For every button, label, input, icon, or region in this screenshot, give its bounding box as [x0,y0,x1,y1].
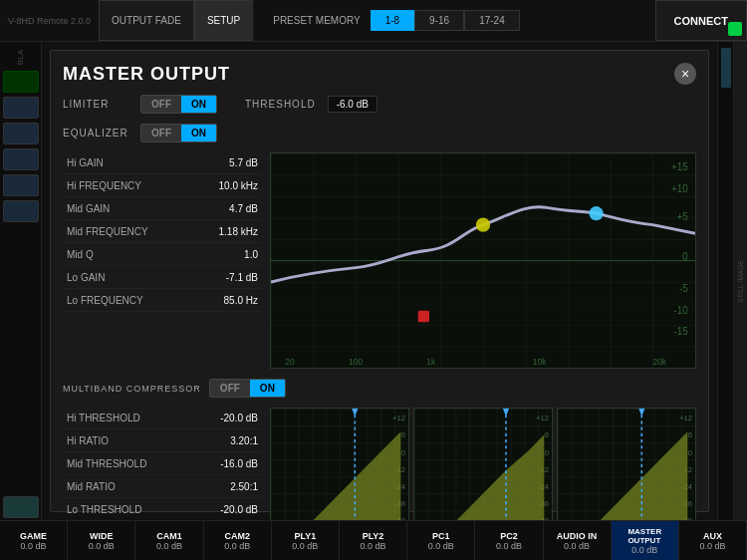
eq-param-value: -7.1 dB [226,272,258,283]
comp-param-label: Mid THRESHOLD [67,458,146,469]
limiter-on-btn[interactable]: ON [181,96,216,113]
eq-param-label: Mid GAIN [67,203,110,214]
right-side-element [721,48,731,88]
channel-wide[interactable]: WIDE 0.0 dB [68,521,135,560]
channel-master-output[interactable]: MASTEROUTPUT 0.0 dB [612,521,679,560]
preset-tabs: 1-8 9-16 17-24 [371,10,520,31]
eq-on-btn[interactable]: ON [181,125,216,141]
comp-graph-mid[interactable]: +12 6 0 -12 -24 -36 -48 -60 -72 -84 -48 … [413,408,553,520]
channel-cam1[interactable]: CAM1 0.0 dB [135,521,203,560]
comp-param-value: -20.0 dB [220,413,258,423]
svg-rect-10 [418,311,429,322]
side-btn-bottom[interactable] [3,496,39,518]
channel-game[interactable]: GAME 0.0 dB [0,521,68,560]
comp-param-value: 3.20:1 [230,435,258,446]
comp-graph-lo[interactable]: +12 6 0 -12 -24 -36 -48 -60 -72 -84 -48 [270,408,409,520]
svg-text:0: 0 [688,448,692,457]
svg-text:0: 0 [401,448,405,457]
limiter-toggle: OFF ON [140,95,217,114]
channel-cam1-db: 0.0 dB [156,541,182,551]
svg-text:+10: +10 [671,183,688,194]
svg-text:6: 6 [401,430,405,439]
channel-aux[interactable]: AUX 0.0 dB [679,521,747,560]
bottom-section: Hi THRESHOLD-20.0 dBHi RATIO3.20:1Mid TH… [63,408,696,520]
multiband-on-btn[interactable]: ON [250,380,285,397]
comp-param-label: Lo THRESHOLD [67,504,141,515]
side-label-bla: BLA [16,50,25,65]
svg-point-12 [590,206,604,220]
eq-param-label: Hi FREQUENCY [67,180,141,191]
channel-ply1[interactable]: PLY1 0.0 dB [272,521,340,560]
eq-param-label: Mid Q [67,249,94,260]
svg-text:0: 0 [545,448,549,457]
comp-param-value: -16.0 dB [220,458,258,469]
preset-tab-17-24[interactable]: 17-24 [464,10,520,31]
channel-game-db: 0.0 dB [21,541,47,551]
channel-audio-in[interactable]: AUDIO IN 0.0 dB [544,521,612,560]
equalizer-toggle: OFF ON [140,124,217,142]
top-bar: V-8HD Remote 2.0.0 OUTPUT FADE SETUP PRE… [0,0,747,42]
eq-param-label: Mid FREQUENCY [67,226,148,237]
side-btn-5[interactable] [3,174,39,196]
connect-indicator [728,22,742,36]
channel-pc2-db: 0.0 dB [496,541,522,551]
channel-wide-name: WIDE [90,531,114,541]
side-btn-2[interactable] [3,97,39,119]
channel-pc1[interactable]: PC1 0.0 dB [407,521,475,560]
channel-pc2[interactable]: PC2 0.0 dB [475,521,543,560]
svg-text:1k: 1k [426,357,436,367]
still-image-button[interactable]: STILL IMAGE [733,42,747,520]
preset-tab-9-16[interactable]: 9-16 [414,10,464,31]
channel-ply2-db: 0.0 dB [361,541,386,551]
preset-memory-section: PRESET MEMORY 1-8 9-16 17-24 [273,0,519,41]
eq-param-value: 5.7 dB [229,157,258,168]
channel-wide-db: 0.0 dB [89,541,115,551]
svg-text:20k: 20k [652,357,666,367]
output-fade-button[interactable]: OUTPUT FADE [99,0,194,41]
comp-params-panel: Hi THRESHOLD-20.0 dBHi RATIO3.20:1Mid TH… [63,408,262,520]
threshold-display: THRESHOLD -6.0 dB [245,96,377,113]
connect-button[interactable]: CONNECT [655,0,747,41]
svg-text:6: 6 [688,430,692,439]
side-btn-1[interactable] [3,71,39,93]
eq-param-row: Mid FREQUENCY1.18 kHz [63,221,262,243]
modal-background: MASTER OUTPUT × LIMITER OFF ON THRESHOLD… [42,42,717,520]
side-btn-3[interactable] [3,123,39,144]
side-strip-left: BLA [0,42,42,520]
preset-memory-label: PRESET MEMORY [273,15,360,26]
channel-master-output-db: 0.0 dB [631,545,657,555]
channel-aux-db: 0.0 dB [699,541,725,551]
comp-param-value: -20.0 dB [220,504,258,515]
channel-ply2[interactable]: PLY2 0.0 dB [340,521,407,560]
multiband-off-btn[interactable]: OFF [210,380,250,397]
channel-pc1-db: 0.0 dB [428,541,454,551]
eq-param-value: 1.0 [244,249,258,260]
comp-graph-hi-svg: +12 6 0 -12 -24 -36 -48 -60 -72 -84 -48 … [558,409,695,520]
channel-cam2[interactable]: CAM2 0.0 dB [204,521,272,560]
limiter-off-btn[interactable]: OFF [141,96,181,113]
channel-ply1-db: 0.0 dB [292,541,318,551]
comp-graph-lo-svg: +12 6 0 -12 -24 -36 -48 -60 -72 -84 -48 [271,409,408,520]
side-btn-6[interactable] [3,200,39,222]
comp-param-label: Mid RATIO [67,481,116,492]
preset-tab-1-8[interactable]: 1-8 [371,10,414,31]
eq-off-btn[interactable]: OFF [141,125,181,141]
side-btn-4[interactable] [3,148,39,170]
channel-cam2-name: CAM2 [224,531,250,541]
eq-param-row: Lo FREQUENCY85.0 Hz [63,290,262,312]
master-output-modal: MASTER OUTPUT × LIMITER OFF ON THRESHOLD… [50,50,709,512]
comp-param-row: Hi THRESHOLD-20.0 dB [63,408,262,429]
multiband-toggle: OFF ON [209,379,286,398]
setup-button[interactable]: SETUP [194,0,253,41]
top-bar-left: V-8HD Remote 2.0.0 OUTPUT FADE SETUP [0,0,253,41]
connect-label: CONNECT [674,15,728,27]
eq-param-value: 1.18 kHz [219,226,258,237]
still-image-label: STILL IMAGE [737,260,744,303]
comp-graphs: +12 6 0 -12 -24 -36 -48 -60 -72 -84 -48 [270,408,696,520]
comp-graph-mid-svg: +12 6 0 -12 -24 -36 -48 -60 -72 -84 -48 … [414,409,552,520]
channel-audio-in-name: AUDIO IN [557,531,598,541]
eq-display[interactable]: +15 +10 +5 0 -5 -10 -15 [270,152,696,369]
close-button[interactable]: × [674,63,696,85]
comp-graph-hi[interactable]: +12 6 0 -12 -24 -36 -48 -60 -72 -84 -48 … [557,408,696,520]
channel-audio-in-db: 0.0 dB [564,541,590,551]
